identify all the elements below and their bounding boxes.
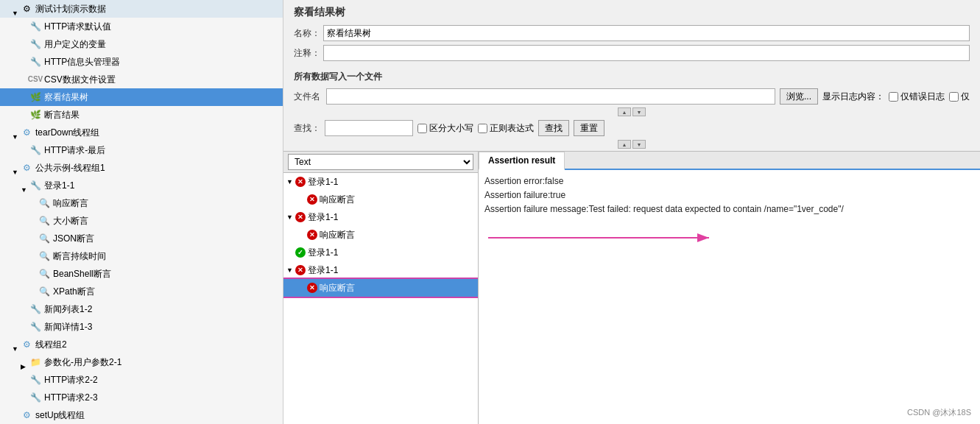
tree-node-login1[interactable]: ▼ ✕ 登录1-1 (283, 173, 478, 191)
only-error-checkbox-label[interactable]: 仅错误日志 (889, 91, 945, 103)
sidebar-item-label: JSON断言 (53, 231, 94, 246)
sidebar-item-beanshell-assert[interactable]: 🔍 BeanShell断言 (0, 265, 283, 283)
node-label: 登录1-1 (308, 263, 338, 278)
node-arrow: ▼ (286, 263, 295, 278)
sidebar-item-label: 察看结果树 (44, 90, 88, 105)
node-label: 登录1-1 (308, 174, 338, 189)
panel-title: 察看结果树 (283, 0, 980, 22)
case-sensitive-checkbox[interactable] (417, 124, 427, 133)
tree-node-response-assert-selected[interactable]: ✕ 响应断言 (283, 279, 478, 297)
sidebar-item-csv-data[interactable]: CSV CSV数据文件设置 (0, 71, 283, 88)
leaf-arrow (29, 199, 37, 207)
http-icon: 🔧 (29, 303, 41, 315)
find-button[interactable]: 查找 (538, 120, 569, 136)
leaf-arrow (21, 76, 28, 83)
file-label: 文件名 (294, 91, 322, 103)
sidebar-item-setup[interactable]: ⚙ setUp线程组 (0, 406, 283, 424)
result-content: Assertion error:false Assertion failure:… (479, 170, 980, 424)
sidebar-item-duration-assert[interactable]: 🔍 断言持续时间 (0, 247, 283, 265)
sidebar-item-size-assert[interactable]: 🔍 大小断言 (0, 212, 283, 230)
sidebar-item-assert-result[interactable]: 🌿 断言结果 (0, 106, 283, 124)
sidebar-item-http-header[interactable]: 🔧 HTTP信息头管理器 (0, 53, 283, 71)
sidebar-item-login1-1[interactable]: 🔧 登录1-1 (0, 177, 283, 194)
sidebar-item-response-assert1[interactable]: 🔍 响应断言 (0, 194, 283, 212)
sidebar-item-test-plan[interactable]: ⚙ 测试计划演示数据 (0, 0, 283, 18)
browse-button[interactable]: 浏览... (780, 88, 818, 105)
search-label: 查找： (294, 122, 320, 135)
tree-node-login2[interactable]: ▼ ✕ 登录1-1 (283, 208, 478, 226)
collapse-up-button2[interactable]: ▲ (618, 140, 631, 149)
sidebar-item-news-detail[interactable]: 🔧 新闻详情1-3 (0, 318, 283, 336)
sidebar-item-view-tree[interactable]: 🌿 察看结果树 (0, 88, 283, 106)
sidebar-item-param2-1[interactable]: 📁 参数化-用户参数2-1 (0, 353, 283, 371)
name-input[interactable] (323, 25, 970, 41)
sidebar-item-label: 用户定义的变量 (44, 37, 106, 52)
sidebar-item-http-last[interactable]: 🔧 HTTP请求-最后 (0, 141, 283, 159)
file-section-title: 所有数据写入一个文件 (283, 68, 980, 86)
only-success-checkbox[interactable] (949, 92, 959, 102)
only-error-label: 仅错误日志 (900, 91, 945, 103)
tree-content: ▼ ✕ 登录1-1 ✕ 响应断言 ▼ ✕ 登录1-1 (283, 173, 478, 424)
comment-label: 注释： (294, 47, 323, 60)
main-panel: 察看结果树 名称： 注释： 所有数据写入一个文件 文件名 浏览... 显示日志内… (283, 0, 980, 424)
sidebar-item-public-thread1[interactable]: ⚙ 公共示例-线程组1 (0, 159, 283, 177)
sidebar-item-label: 大小断言 (53, 213, 88, 228)
collapse-down-button[interactable]: ▼ (632, 107, 646, 116)
comment-input[interactable] (323, 45, 970, 61)
collapse-down-button2[interactable]: ▼ (632, 140, 646, 149)
result-line-3: Assertion failure message:Test failed: r… (484, 202, 974, 216)
sidebar-item-thread2[interactable]: ⚙ 线程组2 (0, 336, 283, 353)
sidebar-item-label: 新闻列表1-2 (44, 302, 92, 317)
file-name-input[interactable] (326, 88, 775, 105)
regex-label[interactable]: 正则表达式 (478, 122, 534, 135)
tree-type-dropdown[interactable]: Text (288, 154, 473, 170)
sidebar-item-teardown[interactable]: ⚙ tearDown线程组 (0, 124, 283, 141)
only-success-checkbox-label[interactable]: 仅 (949, 91, 970, 103)
sidebar-item-user-vars[interactable]: 🔧 用户定义的变量 (0, 35, 283, 53)
q-icon: 🔍 (38, 268, 50, 280)
reset-button[interactable]: 重置 (574, 120, 604, 136)
tree-node-response-assert2[interactable]: ✕ 响应断言 (283, 226, 478, 244)
expand-arrow (12, 341, 19, 348)
error-status-icon: ✕ (295, 177, 306, 187)
leaf-arrow (21, 23, 28, 30)
wrench-icon: 🔧 (29, 56, 41, 68)
http-icon: 🔧 (29, 144, 41, 156)
regex-checkbox[interactable] (478, 124, 487, 133)
http-icon: 🔧 (29, 374, 41, 386)
sidebar-item-news-list[interactable]: 🔧 新闻列表1-2 (0, 300, 283, 318)
sidebar-item-http2-3[interactable]: 🔧 HTTP请求2-3 (0, 389, 283, 406)
node-label: 登录1-1 (308, 210, 338, 225)
sidebar-item-label: 断言持续时间 (53, 249, 106, 264)
node-arrow: ▼ (286, 174, 295, 189)
leaf-arrow (21, 93, 28, 101)
wrench-icon: 🔧 (29, 21, 41, 32)
result-tabs: Assertion result (479, 152, 980, 170)
tab-label: Assertion result (488, 155, 555, 166)
folder-icon: 📁 (29, 356, 41, 368)
leaf-arrow (21, 376, 28, 384)
sidebar-item-label: 登录1-1 (44, 178, 74, 193)
sidebar-item-http-default[interactable]: 🔧 HTTP请求默认值 (0, 18, 283, 35)
tab-assertion-result[interactable]: Assertion result (479, 152, 565, 170)
collapse-up-button[interactable]: ▲ (618, 107, 631, 116)
tree-node-login4[interactable]: ▼ ✕ 登录1-1 (283, 261, 478, 279)
sidebar-item-label: 新闻详情1-3 (44, 319, 92, 334)
sidebar-item-json-assert[interactable]: 🔍 JSON断言 (0, 230, 283, 247)
search-row: 查找： 区分大小写 正则表达式 查找 重置 (283, 117, 980, 139)
expand-arrow (21, 182, 28, 189)
sidebar-item-xpath-assert[interactable]: 🔍 XPath断言 (0, 283, 283, 300)
sidebar-item-http2-2[interactable]: 🔧 HTTP请求2-2 (0, 371, 283, 389)
tree-node-response-assert1[interactable]: ✕ 响应断言 (283, 191, 478, 208)
only-error-checkbox[interactable] (889, 92, 898, 102)
result-line-1: Assertion error:false (484, 174, 974, 188)
leaf-arrow (12, 411, 19, 419)
panel-title-text: 察看结果树 (294, 6, 345, 18)
case-sensitive-label[interactable]: 区分大小写 (417, 122, 473, 135)
tree-node-login3[interactable]: ✓ 登录1-1 (283, 244, 478, 261)
leaf-arrow (29, 217, 37, 225)
success-status-icon: ✓ (295, 247, 306, 258)
leaf-arrow (29, 235, 37, 242)
search-input[interactable] (325, 120, 413, 136)
sidebar-item-label: HTTP请求-最后 (44, 143, 105, 158)
